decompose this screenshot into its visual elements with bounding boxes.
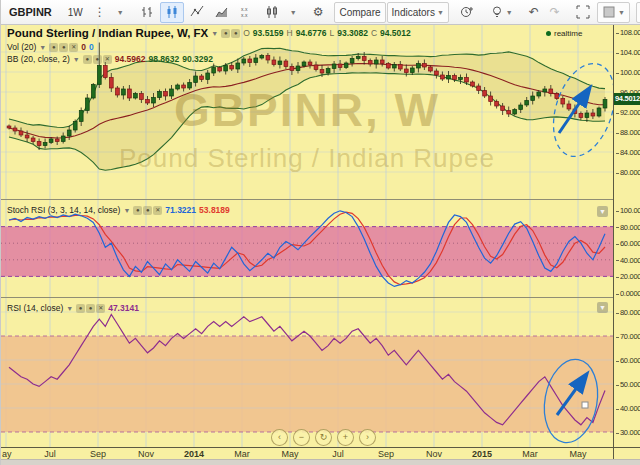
layout-select-button[interactable]: ▼: [597, 2, 630, 23]
scroll-right-button[interactable]: ›: [359, 429, 376, 446]
visibility-button[interactable]: ●: [49, 43, 58, 52]
area-icon: [215, 5, 229, 19]
bb-lower-value: 90.3292: [182, 54, 213, 64]
bb-legend-row: BB (20, close, 2) ▼ ● ● ✕ 94.5962 98.863…: [7, 54, 213, 64]
close-button[interactable]: ✕: [153, 206, 162, 215]
chart-style-bars-button[interactable]: [135, 2, 159, 23]
svg-text:x.x: x.x: [241, 12, 248, 18]
interval-button[interactable]: 1W: [63, 2, 88, 23]
legend-mini-buttons: ● ●: [221, 29, 240, 38]
close-button[interactable]: ✕: [96, 304, 105, 313]
chevron-down-icon[interactable]: ▼: [39, 44, 46, 51]
realtime-dot-icon: [546, 31, 551, 36]
chart-style-candles-button[interactable]: [160, 2, 184, 23]
time-axis-label: 2015: [472, 449, 492, 459]
undo-button[interactable]: ↶: [524, 2, 544, 23]
chart-canvas[interactable]: [1, 25, 613, 447]
compare-button[interactable]: Compare: [334, 2, 385, 23]
fullscreen-icon: [576, 5, 590, 19]
indicators-button[interactable]: Indicators ▼: [387, 2, 449, 23]
time-axis-label: Mar: [234, 449, 250, 459]
bottom-strip: [1, 459, 640, 465]
chart-style-percent-button[interactable]: x.xx.x: [235, 2, 259, 23]
legend-mini-buttons: ● ● ✕: [49, 43, 78, 52]
stoch-axis-label: 60.0000: [616, 239, 640, 248]
stoch-axis-label: 80.0000: [616, 223, 640, 232]
interval-dropdown-button[interactable]: ▼: [112, 2, 129, 23]
chevron-down-icon[interactable]: ▼: [211, 30, 218, 37]
interval-menu-button[interactable]: ⋮: [89, 2, 111, 23]
symbol-field[interactable]: GBPINR: [4, 6, 57, 18]
close-button[interactable]: ✕: [69, 43, 78, 52]
redo-button[interactable]: ↷: [545, 2, 565, 23]
rsi-axis-label: 30.0000: [616, 428, 640, 437]
line-icon: [190, 5, 204, 19]
chart-nav-buttons: ‹−↻+›: [271, 429, 376, 446]
rsi-pane-collapse-button[interactable]: ▼: [597, 302, 608, 313]
publish-idea-button[interactable]: ▼: [485, 2, 518, 23]
price-axis-label: 80.0000: [616, 168, 640, 177]
visibility-button[interactable]: ●: [76, 304, 85, 313]
zoom-in-button[interactable]: +: [337, 429, 354, 446]
stoch-label: Stoch RSI (3, 3, 14, 14, close): [7, 205, 120, 215]
stoch-pane-collapse-button[interactable]: ▼: [597, 206, 608, 217]
zoom-out-button[interactable]: −: [293, 429, 310, 446]
lightbulb-icon: [490, 5, 504, 19]
chart-properties-button[interactable]: ⚙: [308, 2, 329, 23]
load-layout-button[interactable]: [636, 2, 640, 23]
stoch-k-value: 71.3221: [165, 205, 196, 215]
chevron-down-icon[interactable]: ▼: [66, 305, 73, 312]
time-axis[interactable]: ayJulSepNov2014MarMayJulSepNov2015MarMay: [1, 447, 613, 459]
scroll-left-button[interactable]: ‹: [271, 429, 288, 446]
settings-button[interactable]: ●: [86, 304, 95, 313]
settings-button[interactable]: ●: [59, 43, 68, 52]
time-axis-label: Jul: [332, 449, 344, 459]
chart-style-heikin-button[interactable]: [260, 2, 284, 23]
heikin-ashi-icon: [265, 5, 279, 19]
time-axis-label: Sep: [90, 449, 106, 459]
chart-style-line-button[interactable]: [185, 2, 209, 23]
reset-view-button[interactable]: ↻: [315, 429, 332, 446]
volume-value-1: 0: [81, 42, 86, 52]
add-alert-button[interactable]: [455, 2, 479, 23]
percent-icon: x.xx.x: [240, 5, 254, 19]
stoch-axis-label: 100.0000: [616, 206, 640, 215]
time-axis-label: Mar: [522, 449, 538, 459]
ohlc-values: O93.5159 H94.6776 L93.3082 C94.5012: [243, 28, 411, 38]
chevron-down-icon[interactable]: ▼: [73, 56, 80, 63]
volume-label: Vol (20): [7, 42, 36, 52]
settings-button[interactable]: ●: [231, 29, 240, 38]
settings-button[interactable]: ●: [93, 55, 102, 64]
rsi-legend-row: RSI (14, close) ▼ ● ● ✕ 47.3141: [7, 303, 139, 313]
visibility-button[interactable]: ●: [221, 29, 230, 38]
visibility-button[interactable]: ●: [133, 206, 142, 215]
time-axis-label: Nov: [426, 449, 442, 459]
rsi-axis-label: 40.0000: [616, 404, 640, 413]
chart-style-area-button[interactable]: [210, 2, 234, 23]
close-button[interactable]: ✕: [103, 55, 112, 64]
stoch-legend-row: Stoch RSI (3, 3, 14, 14, close) ▼ ● ● ✕ …: [7, 205, 230, 215]
price-axis[interactable]: 108.0000104.0000100.000096.000092.000088…: [613, 25, 640, 447]
chart-style-dropdown-button[interactable]: ▼: [285, 2, 302, 23]
legend-mini-buttons: ● ● ✕: [133, 206, 162, 215]
top-toolbar: GBPINR 1W ⋮ ▼ x.xx.x ▼ ⚙ Compare Indicat…: [1, 0, 640, 25]
time-axis-label: May: [281, 449, 298, 459]
gear-icon: ⚙: [313, 6, 324, 18]
fullscreen-button[interactable]: [571, 2, 595, 23]
alarm-plus-icon: [460, 5, 474, 19]
bb-mid-value: 94.5962: [115, 54, 146, 64]
stoch-axis-label: 0.0000: [616, 289, 640, 298]
charting-app: GBPINR 1W ⋮ ▼ x.xx.x ▼ ⚙ Compare Indicat…: [0, 0, 640, 465]
undo-icon: ↶: [529, 6, 539, 18]
chevron-down-icon: ▼: [618, 9, 625, 16]
indicators-label: Indicators: [392, 7, 435, 18]
annotation-handle[interactable]: [582, 402, 588, 408]
chevron-down-icon[interactable]: ▼: [123, 207, 130, 214]
settings-button[interactable]: ●: [143, 206, 152, 215]
legend-mini-buttons: ● ● ✕: [76, 304, 105, 313]
chevron-down-icon: ▼: [506, 9, 513, 16]
visibility-button[interactable]: ●: [83, 55, 92, 64]
stoch-axis-label: 20.0000: [616, 272, 640, 281]
chart-area: GBPINR, W Pound Sterling / Indian Rupee …: [1, 25, 640, 459]
volume-value-2: 0: [89, 42, 94, 52]
